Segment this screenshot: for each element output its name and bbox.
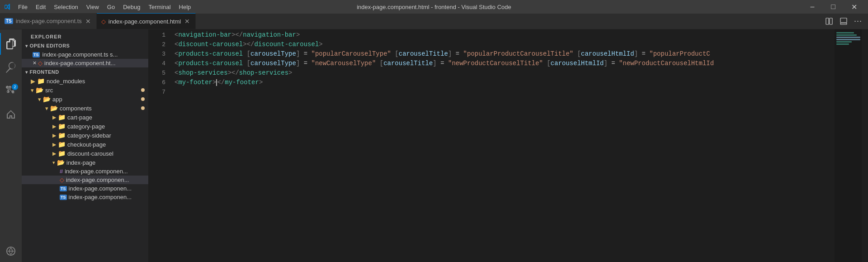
extensions-activity-btn[interactable]	[0, 104, 22, 125]
index-page-label: index-page	[66, 159, 95, 166]
menu-go[interactable]: Go	[104, 3, 118, 11]
line-numbers: 1 2 3 4 5 6 7	[148, 29, 171, 262]
source-control-badge: 2	[12, 84, 18, 90]
checkout-chevron: ▶	[52, 142, 56, 148]
cat-sidebar-folder-icon: 📁	[58, 132, 66, 139]
menu-terminal[interactable]: Terminal	[145, 3, 174, 11]
title-bar-left: File Edit Selection View Go Debug Termin…	[4, 3, 194, 11]
sidebar: Explorer ▾ Open Editors TS index-page.co…	[22, 29, 148, 262]
index-page-chevron: ▾	[52, 160, 55, 166]
menu-help[interactable]: Help	[175, 3, 195, 11]
code-line-1: <navigation-bar></navigation-bar>	[175, 30, 835, 40]
html-diamond-icon: ◇	[60, 176, 64, 183]
main-layout: 2 Explorer ▾ Open Editors TS index-page.…	[0, 29, 868, 262]
cart-page-item[interactable]: ▶ 📁 cart-page	[22, 113, 148, 122]
index-page-css-label: index-page.componen...	[65, 168, 127, 175]
components-label: components	[60, 105, 92, 112]
open-editors-header[interactable]: ▾ Open Editors	[22, 41, 148, 50]
src-item[interactable]: ▾ 📂 src	[22, 86, 148, 95]
cat-sidebar-chevron: ▶	[52, 133, 56, 138]
split-editor-button[interactable]	[823, 15, 835, 28]
frontend-label: Frontend	[30, 69, 59, 75]
open-editors-chevron: ▾	[25, 43, 28, 48]
index-page-html-item[interactable]: ◇ index-page.componen...	[22, 176, 148, 184]
vertical-scrollbar[interactable]	[862, 29, 868, 262]
html-icon: ◇	[38, 60, 42, 67]
menu-file[interactable]: File	[14, 3, 31, 11]
code-line-6: <my-footer></my-footer>	[175, 78, 835, 87]
open-editor-ts[interactable]: TS index-page.component.ts s...	[22, 50, 148, 59]
open-editors-label: Open Editors	[30, 43, 70, 48]
menu-bar: File Edit Selection View Go Debug Termin…	[14, 3, 194, 11]
folder-collapsed-icon: ▶	[31, 78, 35, 85]
html-file-icon: ◇	[101, 18, 106, 25]
window-title: index-page.component.html - frontend - V…	[357, 4, 511, 10]
svg-rect-2	[840, 18, 847, 23]
discount-carousel-item[interactable]: ▶ 📁 discount-carousel	[22, 149, 148, 158]
index-page-css-item[interactable]: # index-page.componen...	[22, 167, 148, 176]
menu-selection[interactable]: Selection	[50, 3, 81, 11]
index-page-ts-item[interactable]: TS index-page.componen...	[22, 184, 148, 193]
editor-area: 1 2 3 4 5 6 7 <navigation-bar></navigati…	[148, 29, 868, 262]
menu-edit[interactable]: Edit	[32, 3, 49, 11]
index-page-spec-item[interactable]: TS index-page.componen...	[22, 193, 148, 201]
toggle-panel-button[interactable]	[837, 15, 850, 28]
open-editor-html[interactable]: ✕ ◇ index-page.component.ht...	[22, 59, 148, 67]
app-chevron-icon: ▾	[38, 96, 41, 103]
tab-ts-label: index-page.component.ts	[16, 18, 82, 24]
src-label: src	[45, 87, 53, 94]
tab-html[interactable]: ◇ index-page.component.html ✕	[97, 13, 196, 29]
tab-ts-close[interactable]: ✕	[85, 18, 92, 25]
line-num-7: 7	[148, 87, 165, 97]
minimap	[835, 29, 862, 262]
code-line-5: <shop-services></shop-services>	[175, 68, 835, 78]
app-modified-dot	[141, 97, 145, 101]
menu-view[interactable]: View	[83, 3, 103, 11]
index-page-html-label: index-page.componen...	[66, 176, 129, 183]
cat-page-folder-icon: 📁	[58, 123, 66, 130]
index-page-item[interactable]: ▾ 📂 index-page	[22, 158, 148, 167]
ts-spec-icon: TS	[60, 195, 67, 200]
src-folder-icon: 📂	[36, 86, 43, 94]
components-item[interactable]: ▾ 📂 components	[22, 104, 148, 113]
explorer-header: Explorer	[22, 29, 148, 41]
tab-html-close[interactable]: ✕	[184, 18, 191, 25]
svg-rect-3	[840, 23, 847, 24]
line-num-2: 2	[148, 40, 165, 49]
line-num-3: 3	[148, 49, 165, 59]
open-editor-html-label: index-page.component.ht...	[44, 60, 116, 67]
app-item[interactable]: ▾ 📂 app	[22, 95, 148, 104]
close-button[interactable]: ✕	[844, 0, 864, 14]
tab-ts[interactable]: TS index-page.component.ts ✕	[0, 13, 97, 29]
svg-rect-0	[826, 18, 829, 24]
folder-icon: 📁	[37, 77, 45, 85]
category-page-label: category-page	[67, 123, 105, 130]
ts-file-icon-1: TS	[60, 186, 67, 191]
open-editor-ts-label: index-page.component.ts s...	[42, 51, 118, 58]
line-num-1: 1	[148, 30, 165, 40]
app-folder-icon: 📂	[43, 95, 51, 103]
code-content[interactable]: <navigation-bar></navigation-bar> <disco…	[171, 29, 835, 262]
cart-page-folder-icon: 📁	[58, 114, 66, 121]
search-activity-btn[interactable]	[0, 57, 22, 78]
remote-activity-btn[interactable]	[0, 240, 22, 262]
line-num-5: 5	[148, 68, 165, 78]
more-actions-button[interactable]: ···	[852, 15, 864, 28]
explorer-activity-btn[interactable]	[0, 33, 22, 55]
checkout-folder-icon: 📁	[58, 141, 66, 148]
node-modules-item[interactable]: ▶ 📁 node_modules	[22, 76, 148, 86]
src-chevron-icon: ▾	[31, 87, 34, 94]
checkout-page-item[interactable]: ▶ 📁 checkout-page	[22, 140, 148, 149]
code-line-3: <products-carousel [carouselType] = "pop…	[175, 49, 835, 59]
code-line-7	[175, 87, 835, 97]
menu-debug[interactable]: Debug	[119, 3, 144, 11]
category-page-item[interactable]: ▶ 📁 category-page	[22, 122, 148, 131]
category-sidebar-item[interactable]: ▶ 📁 category-sidebar	[22, 131, 148, 140]
source-control-activity-btn[interactable]: 2	[0, 80, 22, 102]
app-label: app	[52, 96, 62, 103]
maximize-button[interactable]: □	[823, 0, 844, 14]
minimize-button[interactable]: –	[802, 0, 823, 14]
frontend-header[interactable]: ▾ Frontend	[22, 67, 148, 76]
code-line-2: <discount-carousel></discount-carousel>	[175, 40, 835, 49]
window-controls: – □ ✕	[802, 0, 864, 14]
